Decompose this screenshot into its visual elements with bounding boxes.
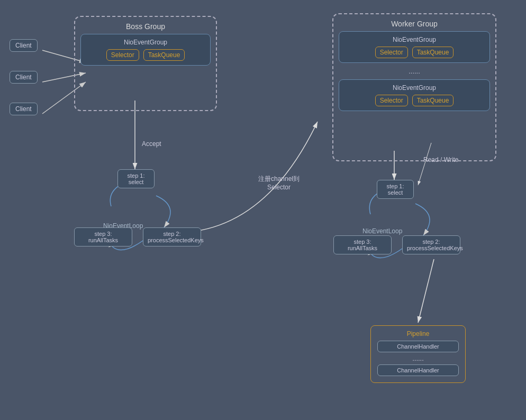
client-2: Client bbox=[10, 71, 38, 84]
worker-top-pill-row: Selector TaskQueue bbox=[344, 47, 484, 58]
worker-group: Worker Group NioEventGroup Selector Task… bbox=[332, 13, 496, 161]
pipeline-title: Pipeline bbox=[377, 330, 459, 337]
boss-group-title: Boss Group bbox=[80, 22, 211, 31]
worker-event-group-bottom-title: NioEventGroup bbox=[344, 84, 484, 92]
boss-pill-row: Selector TaskQueue bbox=[86, 49, 205, 61]
worker-group-title: Worker Group bbox=[339, 20, 490, 28]
worker-top-taskqueue-pill: TaskQueue bbox=[412, 47, 454, 58]
pipeline-dots: ...... bbox=[377, 354, 459, 362]
accept-label: Accept bbox=[142, 140, 161, 148]
worker-step2: step 2: processSelectedKeys bbox=[402, 235, 460, 254]
worker-step1: step 1: select bbox=[377, 180, 414, 199]
boss-taskqueue-pill: TaskQueue bbox=[143, 49, 185, 61]
boss-step1: step 1: select bbox=[117, 169, 155, 188]
pipeline: Pipeline ChannelHandler ...... ChannelHa… bbox=[370, 325, 466, 383]
client-1: Client bbox=[10, 39, 38, 52]
client-3: Client bbox=[10, 103, 38, 115]
boss-step2: step 2: processSelectedKeys bbox=[143, 227, 201, 246]
pipeline-handler-2: ChannelHandler bbox=[377, 364, 459, 376]
worker-event-group-top: NioEventGroup Selector TaskQueue bbox=[339, 31, 490, 63]
boss-step3: step 3: runAllTasks bbox=[74, 227, 132, 246]
boss-group: Boss Group NioEventGroup Selector TaskQu… bbox=[74, 16, 217, 111]
worker-bottom-selector-pill: Selector bbox=[375, 95, 408, 106]
boss-selector-pill: Selector bbox=[106, 49, 139, 61]
svg-line-7 bbox=[418, 259, 434, 323]
worker-event-group-top-title: NioEventGroup bbox=[344, 36, 484, 43]
worker-loop-label: NioEventLoop bbox=[362, 227, 402, 235]
diagram: Client Client Client Boss Group NioEvent… bbox=[0, 0, 526, 420]
pipeline-handler-1: ChannelHandler bbox=[377, 341, 459, 352]
read-write-label: Read / Write bbox=[423, 156, 458, 163]
worker-dots-middle: ...... bbox=[339, 67, 490, 75]
register-channel-label: 注册channel到 Selector bbox=[258, 175, 300, 191]
worker-bottom-taskqueue-pill: TaskQueue bbox=[412, 95, 454, 106]
boss-event-group-title: NioEventGroup bbox=[86, 39, 205, 46]
boss-event-group: NioEventGroup Selector TaskQueue bbox=[80, 34, 211, 66]
worker-step3: step 3: runAllTasks bbox=[333, 235, 392, 254]
worker-top-selector-pill: Selector bbox=[375, 47, 408, 58]
worker-event-group-bottom: NioEventGroup Selector TaskQueue bbox=[339, 79, 490, 111]
worker-bottom-pill-row: Selector TaskQueue bbox=[344, 95, 484, 106]
